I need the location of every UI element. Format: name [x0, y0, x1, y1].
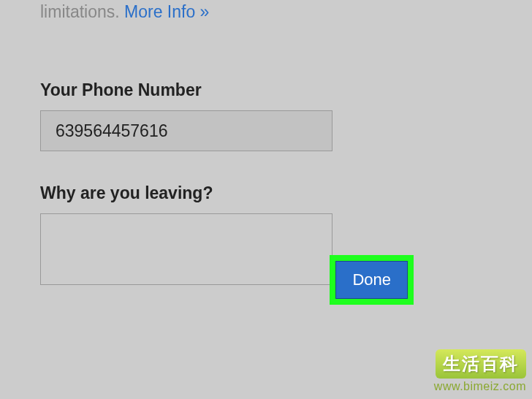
intro-prefix: limitations. [40, 2, 124, 21]
done-button[interactable]: Done [335, 261, 408, 299]
watermark-title: 生活百科 [436, 349, 526, 379]
more-info-link[interactable]: More Info » [124, 2, 209, 21]
intro-text: limitations. More Info » [40, 0, 492, 23]
phone-number-input[interactable] [40, 110, 332, 151]
leaving-reason-label: Why are you leaving? [40, 183, 492, 203]
done-highlight-box: Done [330, 255, 414, 305]
leaving-reason-textarea[interactable] [40, 213, 332, 285]
watermark: 生活百科 www.bimeiz.com [434, 349, 526, 393]
phone-number-label: Your Phone Number [40, 80, 492, 100]
watermark-url: www.bimeiz.com [434, 380, 526, 393]
